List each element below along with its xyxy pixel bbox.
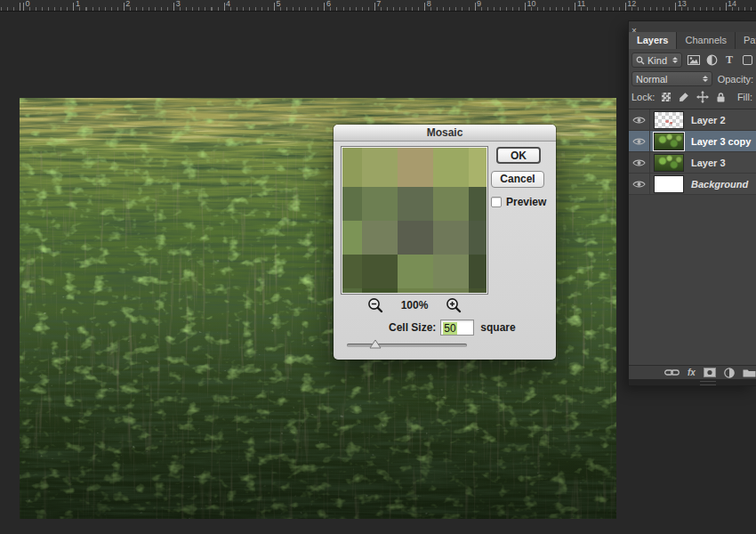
eye-icon [632, 137, 646, 146]
mosaic-preview-cell [398, 255, 433, 288]
cell-size-slider-track[interactable] [347, 344, 467, 347]
mosaic-preview-cell [433, 255, 469, 288]
mosaic-preview-cell [362, 255, 398, 288]
blend-mode-dropdown[interactable]: Normal [631, 71, 712, 86]
add-layer-mask-icon[interactable] [704, 368, 716, 377]
horizontal-ruler[interactable]: 01234567891011121314 [0, 0, 756, 12]
eye-icon [632, 158, 646, 167]
layer-thumbnail[interactable] [654, 175, 684, 193]
ruler-number: 10 [526, 0, 536, 8]
layer-name[interactable]: Layer 2 [691, 115, 726, 125]
dropdown-arrows-icon [703, 76, 708, 82]
new-adjustment-layer-icon[interactable] [724, 368, 735, 378]
lock-all-icon[interactable] [716, 92, 726, 103]
mosaic-preview-cell [433, 288, 469, 293]
ruler-number: 13 [676, 0, 687, 8]
cell-size-unit: square [480, 321, 515, 334]
ruler-number: 4 [224, 0, 230, 8]
layer-row-layer-2[interactable]: Layer 2 [629, 109, 756, 131]
new-group-folder-icon[interactable] [743, 368, 756, 377]
layer-name[interactable]: Layer 3 copy [691, 136, 751, 147]
mosaic-preview-cell [342, 255, 362, 288]
mosaic-preview-cell [362, 221, 398, 255]
mosaic-preview-cell [342, 221, 362, 255]
panel-bottom-bar: fx [629, 365, 756, 379]
panel-header-bar: × [629, 21, 756, 32]
ruler-number: 3 [174, 0, 181, 8]
mosaic-preview-cell [469, 288, 487, 293]
visibility-toggle[interactable] [629, 174, 650, 194]
cancel-button[interactable]: Cancel [491, 171, 544, 188]
mosaic-preview-grid [342, 148, 487, 293]
visibility-toggle[interactable] [629, 131, 650, 151]
zoom-out-button[interactable] [367, 297, 383, 313]
photoshop-workspace: 01234567891011121314 [0, 0, 756, 534]
mosaic-preview-cell [398, 148, 433, 187]
ruler-number: 2 [124, 0, 130, 8]
cell-size-label: Cell Size: [389, 321, 436, 334]
layer-name[interactable]: Background [691, 179, 748, 190]
layer-row-layer-3[interactable]: Layer 3 [629, 152, 756, 174]
layer-list: Layer 2 Layer 3 copy [629, 109, 756, 195]
ruler-number: 0 [24, 0, 30, 8]
link-layers-icon[interactable] [664, 368, 680, 376]
lock-paint-brush-icon[interactable] [678, 92, 689, 103]
dropdown-arrows-icon [672, 57, 678, 63]
tab-layers[interactable]: Layers [629, 32, 677, 49]
ruler-number: 12 [625, 0, 636, 8]
layer-row-background[interactable]: Background [629, 174, 756, 195]
filter-adjustment-layers-icon[interactable] [705, 53, 718, 68]
layer-thumbnail[interactable] [654, 154, 684, 172]
mosaic-preview-cell [342, 148, 362, 187]
ruler-number: 7 [374, 0, 381, 8]
layer-thumbnail[interactable] [654, 133, 684, 150]
dialog-titlebar[interactable]: Mosaic [334, 125, 556, 142]
preview-checkbox[interactable] [491, 197, 502, 207]
visibility-toggle[interactable] [629, 109, 650, 130]
kind-filter-dropdown[interactable]: Kind [631, 53, 682, 68]
filter-type-layers-icon[interactable]: T [723, 53, 736, 68]
preview-checkbox-label: Preview [506, 196, 546, 208]
mosaic-preview-cell [362, 148, 398, 187]
mosaic-preview[interactable] [341, 146, 488, 295]
ruler-number: 9 [475, 0, 481, 8]
layer-thumbnail[interactable] [654, 111, 684, 129]
layer-name[interactable]: Layer 3 [691, 158, 726, 168]
search-icon [636, 56, 645, 65]
mosaic-preview-cell [398, 221, 433, 255]
fill-label: Fill: [737, 92, 753, 102]
mosaic-preview-cell [469, 221, 487, 255]
zoom-in-button[interactable] [446, 297, 462, 313]
filter-shape-layers-icon[interactable] [741, 53, 753, 68]
opacity-label: Opacity: [718, 74, 753, 85]
filter-pixel-layers-icon[interactable] [688, 53, 700, 68]
lock-transparency-icon[interactable] [662, 93, 671, 101]
mosaic-preview-cell [469, 255, 487, 288]
cell-size-slider-thumb[interactable] [369, 339, 382, 349]
layers-panel: × Layers Channels Paths Kind [629, 21, 756, 385]
tab-channels[interactable]: Channels [677, 32, 735, 49]
mosaic-preview-cell [362, 288, 398, 293]
ruler-number: 6 [325, 0, 331, 8]
mosaic-preview-cell [433, 221, 469, 255]
mosaic-preview-cell [362, 187, 398, 221]
mosaic-preview-cell [469, 148, 487, 187]
panel-tab-bar: Layers Channels Paths [629, 32, 756, 49]
cell-size-input[interactable]: 50 [440, 320, 474, 336]
mosaic-dialog: Mosaic 100% Cell Size: 50 square [334, 125, 556, 360]
ok-button[interactable]: OK [496, 147, 541, 164]
lock-position-icon[interactable] [696, 91, 709, 103]
ruler-number: 14 [726, 0, 736, 8]
ruler-number: 11 [575, 0, 585, 8]
visibility-toggle[interactable] [629, 152, 650, 173]
layer-row-layer-3-copy[interactable]: Layer 3 copy [629, 131, 756, 152]
ruler-number: 8 [425, 0, 431, 8]
tab-paths[interactable]: Paths [736, 32, 756, 49]
ruler-number: 5 [275, 0, 281, 8]
panel-resize-grip[interactable] [629, 379, 756, 385]
mosaic-preview-cell [398, 187, 433, 221]
layer-style-fx-icon[interactable]: fx [688, 368, 696, 377]
mosaic-preview-cell [433, 187, 469, 221]
eye-icon [632, 180, 646, 189]
mosaic-preview-cell [469, 187, 487, 221]
